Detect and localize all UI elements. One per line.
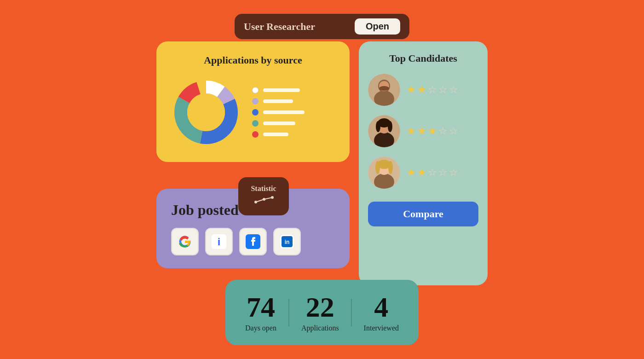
svg-point-28: [388, 121, 392, 132]
legend-item-1: [252, 87, 305, 93]
candidate-row-2: ★ ★ ★ ☆ ☆: [368, 115, 478, 147]
legend-bar-2: [263, 99, 293, 103]
days-open-label: Days open: [245, 324, 276, 332]
candidate-row-3: ★ ★ ☆ ☆ ☆: [368, 156, 478, 189]
svg-point-6: [187, 93, 225, 131]
stat-divider-1: [288, 299, 289, 326]
interviewed-value: 4: [374, 293, 388, 321]
legend-bar-4: [263, 122, 295, 125]
top-candidates-title: Top Candidates: [368, 52, 478, 64]
legend-dot-2: [252, 98, 259, 104]
compare-button[interactable]: Compare: [368, 202, 478, 226]
candidate-avatar-3: [368, 156, 400, 189]
legend-dot-4: [252, 120, 259, 127]
chart-legend: [252, 87, 305, 138]
linkedin-icon[interactable]: in: [273, 228, 301, 255]
candidate-2-stars: ★ ★ ★ ☆ ☆: [407, 125, 458, 137]
applications-chart-title: Applications by source: [169, 54, 337, 66]
candidate-3-stars: ★ ★ ☆ ☆ ☆: [407, 167, 458, 179]
donut-chart: [169, 75, 243, 149]
legend-bar-3: [263, 110, 305, 114]
candidate-row-1: ★ ★ ☆ ☆ ☆: [368, 74, 478, 106]
svg-point-34: [388, 161, 393, 174]
top-candidates-card: Top Candidates ★ ★ ☆ ☆ ☆: [359, 41, 488, 285]
stat-applications: 22 Applications: [301, 293, 339, 332]
legend-dot-1: [252, 87, 259, 93]
stat-interviewed: 4 Interviewed: [364, 293, 399, 332]
applications-card: Applications by source: [156, 41, 350, 162]
indeed-icon[interactable]: i: [205, 228, 233, 255]
svg-line-10: [256, 199, 264, 202]
facebook-icon[interactable]: [239, 228, 267, 255]
svg-text:i: i: [218, 236, 220, 248]
candidate-avatar-2: [368, 115, 400, 147]
legend-bar-1: [263, 88, 300, 92]
applications-value: 22: [306, 293, 334, 321]
google-icon[interactable]: [171, 228, 199, 255]
status-badge[interactable]: Open: [355, 18, 400, 35]
interviewed-label: Interviewed: [364, 324, 399, 332]
svg-text:in: in: [285, 239, 290, 245]
stat-days-open: 74 Days open: [245, 293, 276, 332]
job-title: User Researcher: [244, 21, 315, 33]
legend-item-5: [252, 131, 305, 138]
applications-label: Applications: [301, 324, 339, 332]
statistic-label: Statistic: [251, 185, 276, 193]
legend-dot-3: [252, 109, 259, 116]
stats-bar: 74 Days open 22 Applications 4 Interview…: [225, 280, 419, 345]
job-title-bar: User Researcher Open: [235, 14, 409, 39]
candidate-1-stars: ★ ★ ☆ ☆ ☆: [407, 84, 458, 96]
legend-item-2: [252, 98, 305, 104]
days-open-value: 74: [247, 293, 275, 321]
statistic-button[interactable]: Statistic: [238, 177, 289, 215]
chart-area: [169, 75, 337, 149]
stat-divider-2: [351, 299, 352, 326]
legend-bar-5: [263, 133, 288, 136]
svg-point-22: [379, 86, 389, 91]
svg-line-11: [264, 197, 272, 199]
legend-dot-5: [252, 131, 259, 138]
platform-icons-list: i in: [171, 228, 335, 255]
legend-item-4: [252, 120, 305, 127]
chart-line-icon: [252, 196, 275, 208]
candidate-avatar-1: [368, 74, 400, 106]
svg-point-27: [376, 121, 380, 132]
legend-item-3: [252, 109, 305, 116]
svg-point-33: [375, 161, 380, 174]
